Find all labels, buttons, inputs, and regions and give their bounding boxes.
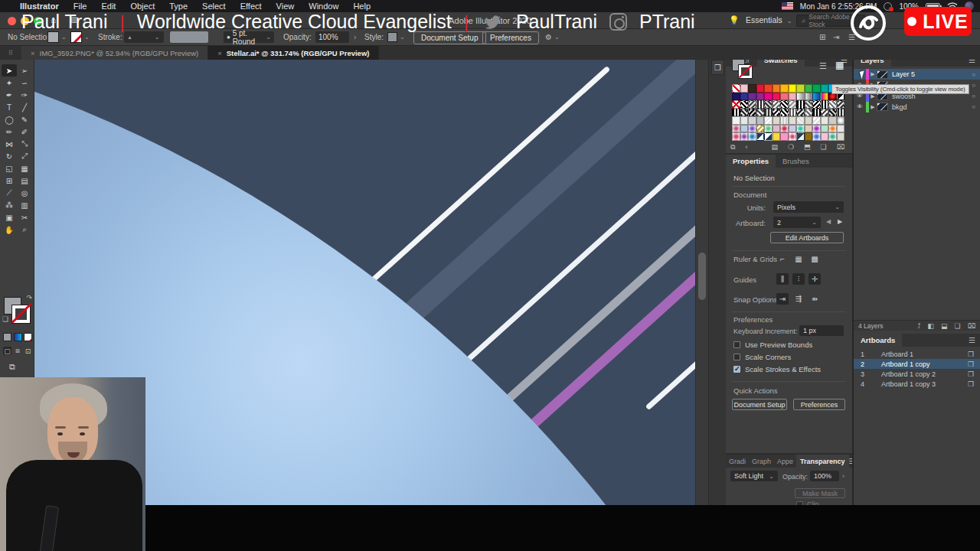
swatch-4-9[interactable] xyxy=(805,116,813,125)
expand-layer-icon[interactable]: ▶ xyxy=(869,71,877,77)
swap-fill-stroke-icon[interactable]: ↷ xyxy=(26,294,32,302)
screen-mode-icon[interactable]: ⧉ xyxy=(9,362,15,372)
perspective-grid-tool[interactable]: ▦ xyxy=(17,162,32,174)
swatch-6-9[interactable] xyxy=(805,132,813,141)
shape-builder-tool[interactable]: ◱ xyxy=(2,162,17,174)
units-dropdown[interactable]: Pixels⌄ xyxy=(773,201,844,213)
artboard-name[interactable]: Artboard 1 copy 3 xyxy=(872,380,936,388)
draw-inside-icon[interactable]: ⊡ xyxy=(24,347,32,355)
swatch-6-7[interactable] xyxy=(789,132,797,141)
menu-item-object[interactable]: Object xyxy=(130,2,155,11)
swatch-6-3[interactable] xyxy=(756,132,765,141)
swatch-3-0[interactable] xyxy=(732,109,740,117)
swatch-5-1[interactable] xyxy=(740,125,749,133)
swatch-2-1[interactable] xyxy=(740,100,749,109)
swatch-5-12[interactable] xyxy=(828,125,837,133)
scale-tool[interactable]: ⤢ xyxy=(17,150,32,162)
swatch-2-12[interactable] xyxy=(828,100,837,109)
menu-item-effect[interactable]: Effect xyxy=(240,2,262,11)
swatch-6-10[interactable] xyxy=(812,132,821,141)
swatch-2-13[interactable] xyxy=(837,100,845,109)
layer-target-icon[interactable]: ○ xyxy=(972,103,975,110)
swatch-1-11[interactable] xyxy=(821,93,829,101)
layer-name[interactable]: Layer 5 xyxy=(892,70,915,78)
swatch-0-9[interactable] xyxy=(805,84,813,93)
scrollbar-handle[interactable] xyxy=(698,253,706,300)
swatch-0-2[interactable] xyxy=(748,84,756,93)
swatch-4-3[interactable] xyxy=(756,116,765,125)
canvas-vertical-scrollbar[interactable] xyxy=(695,60,708,505)
menu-item-window[interactable]: Window xyxy=(309,2,338,11)
swatch-2-9[interactable] xyxy=(805,100,813,109)
swatch-2-11[interactable] xyxy=(821,100,829,109)
none-button[interactable] xyxy=(24,333,32,341)
draw-normal-icon[interactable]: ▢ xyxy=(3,347,11,355)
swatch-5-10[interactable] xyxy=(812,125,821,133)
swatch-2-0[interactable] xyxy=(732,100,740,109)
swatch-5-9[interactable] xyxy=(805,125,813,133)
swatch-1-5[interactable] xyxy=(773,93,781,101)
document-tab-1[interactable]: ×IMG_3592.PNG* @ 52.94% (RGB/GPU Preview… xyxy=(21,46,208,60)
menu-app-name[interactable]: Illustrator xyxy=(20,2,59,11)
swatch-3-10[interactable] xyxy=(812,109,821,117)
zoom-tool[interactable]: ⌕ xyxy=(17,223,32,236)
pencil-tool[interactable]: ✐ xyxy=(17,126,32,138)
swatch-kinds-icon[interactable]: ▤ xyxy=(771,143,778,152)
paintbrush-tool[interactable]: ✎ xyxy=(17,113,32,126)
swatch-3-9[interactable] xyxy=(805,109,813,117)
swatch-0-0[interactable] xyxy=(732,84,740,93)
swatch-4-4[interactable] xyxy=(764,116,773,125)
default-fill-stroke-icon[interactable]: ❏ xyxy=(2,315,8,323)
swatch-1-1[interactable] xyxy=(740,93,749,101)
free-transform-tool[interactable]: ⤡ xyxy=(17,138,32,150)
direct-selection-tool[interactable]: ➢ xyxy=(17,64,32,77)
snap-to-point-icon[interactable]: ⇥ xyxy=(776,293,789,305)
document-setup-button[interactable]: Document Setup xyxy=(413,31,486,44)
stroke-weight-field[interactable]: ▲ ⌄ xyxy=(124,31,164,43)
artboard-page-icon[interactable]: ❐ xyxy=(968,380,974,388)
tab-graphic-styles[interactable]: Graph xyxy=(749,455,774,468)
checkbox-use-preview-bounds[interactable]: Use Preview Bounds xyxy=(733,341,812,349)
swatch-5-7[interactable] xyxy=(789,125,797,133)
swatch-2-2[interactable] xyxy=(748,100,756,109)
artboard-page-icon[interactable]: ❐ xyxy=(968,360,974,368)
show-guides-icon[interactable]: ⫼ xyxy=(776,273,789,285)
make-mask-button-disabled[interactable]: Make Mask xyxy=(795,488,845,498)
selection-tool[interactable]: ➤ xyxy=(2,64,17,77)
swatch-2-5[interactable] xyxy=(773,100,781,109)
swatches-fill-stroke-mini[interactable] xyxy=(732,58,755,80)
fill-stroke-indicator[interactable]: ↷ ❏ xyxy=(3,295,32,329)
preferences-button[interactable]: Preferences xyxy=(482,31,539,44)
show-rulers-icon[interactable]: ⌐ xyxy=(776,253,789,265)
snap-to-pixel-icon[interactable]: ⇻ xyxy=(808,293,821,305)
stroke-swatch[interactable] xyxy=(12,305,30,323)
lightbulb-discover-icon[interactable]: 💡 xyxy=(729,15,740,25)
blend-mode-dropdown[interactable]: Soft Light⌄ xyxy=(730,471,778,481)
line-segment-tool[interactable]: ╱ xyxy=(17,101,32,113)
list-view-icon[interactable]: ☰ xyxy=(819,61,827,71)
swatch-6-5[interactable] xyxy=(773,132,781,141)
swatch-6-12[interactable] xyxy=(828,132,837,141)
artboard-page-icon[interactable]: ❐ xyxy=(968,350,974,358)
swatch-0-7[interactable] xyxy=(789,84,797,93)
column-graph-tool[interactable]: ▥ xyxy=(17,199,32,211)
artboard-dropdown[interactable]: 2⌄ xyxy=(773,217,821,228)
swatch-0-3[interactable] xyxy=(756,84,765,93)
swatch-6-4[interactable] xyxy=(764,132,773,141)
tab-properties[interactable]: Properties xyxy=(726,155,776,168)
checkbox-scale-corners[interactable]: Scale Corners xyxy=(733,353,791,361)
swatch-6-2[interactable] xyxy=(748,132,756,141)
type-tool[interactable]: T xyxy=(2,101,17,113)
tab-close-icon[interactable]: × xyxy=(31,49,35,57)
artboard-name[interactable]: Artboard 1 xyxy=(872,350,913,358)
hand-tool[interactable]: ✋ xyxy=(2,223,17,236)
menu-item-select[interactable]: Select xyxy=(202,2,226,11)
artboard-row-1[interactable]: 1Artboard 1❐ xyxy=(854,349,980,359)
swatch-1-6[interactable] xyxy=(780,93,789,101)
swatch-4-11[interactable] xyxy=(821,116,829,125)
expand-layer-icon[interactable]: ▶ xyxy=(869,104,877,110)
swatch-4-8[interactable] xyxy=(796,116,805,125)
new-swatch-icon[interactable]: ❏ xyxy=(821,143,827,152)
make-clipping-mask-icon[interactable]: ◧ xyxy=(928,322,935,330)
opacity-panel-arrow[interactable]: › xyxy=(354,31,356,43)
